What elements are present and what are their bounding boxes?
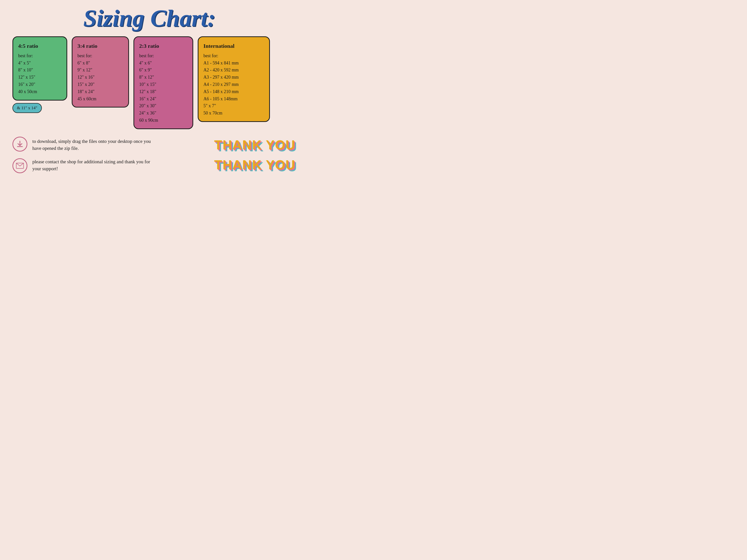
best-for-34: best for: 6" x 8" 9" x 12" 12" x 16" 15"…: [77, 52, 123, 103]
size-34-2: 9" x 12": [77, 68, 93, 73]
best-for-label-international: best for:: [203, 53, 218, 58]
best-for-label-23: best for:: [139, 53, 154, 58]
ratio-label-34: 3:4 ratio: [77, 42, 123, 50]
size-23-7: 20" x 30": [139, 103, 156, 108]
thank-you-line2-main: THANK YOU: [214, 158, 295, 171]
cards-row: 4:5 ratio best for: 4" x 5" 8" x 10" 12"…: [10, 36, 289, 129]
size-23-3: 8" x 12": [139, 75, 154, 80]
size-23-2: 6" x 9": [139, 68, 152, 73]
ratio-label-23: 2:3 ratio: [139, 42, 187, 50]
card-wrapper-45: 4:5 ratio best for: 4" x 5" 8" x 10" 12"…: [12, 36, 67, 113]
contact-text: please contact the shop for additional s…: [32, 157, 157, 172]
size-23-6: 16" x 24": [139, 96, 156, 101]
size-45-4: 16" x 20": [18, 82, 35, 87]
card-23-ratio: 2:3 ratio best for: 4" x 6" 6" x 9" 8" x…: [133, 36, 193, 129]
size-23-1: 4" x 6": [139, 60, 152, 65]
thank-you-container: THANK YOU THANK YOU THANK YOU THANK YOU …: [214, 138, 284, 176]
size-int-a4: A4 - 210 x 297 mm: [203, 82, 239, 87]
card-international: International best for: A1 - 594 x 841 m…: [198, 36, 270, 122]
envelope-icon: [16, 162, 24, 170]
size-34-6: 45 x 60cm: [77, 96, 96, 101]
thank-you-line1-main: THANK YOU: [214, 138, 295, 151]
best-for-label-45: best for:: [18, 53, 33, 58]
download-icon-circle: [12, 137, 27, 152]
size-45-3: 12" x 15": [18, 75, 35, 80]
size-23-5: 12" x 18": [139, 89, 156, 94]
size-int-a1: A1 - 594 x 841 mm: [203, 60, 239, 65]
size-23-4: 10" x 15": [139, 82, 156, 87]
thank-you-stack: THANK YOU THANK YOU THANK YOU THANK YOU …: [214, 138, 284, 176]
card-wrapper-23: 2:3 ratio best for: 4" x 6" 6" x 9" 8" x…: [133, 36, 193, 129]
ratio-label-international: International: [203, 42, 264, 50]
size-23-8: 24" x 36": [139, 110, 156, 115]
size-int-a3: A3 - 297 x 420 mm: [203, 75, 239, 80]
card-wrapper-international: International best for: A1 - 594 x 841 m…: [198, 36, 270, 122]
page-title: Sizing Chart:: [10, 5, 289, 31]
size-34-3: 12" x 16": [77, 75, 95, 80]
bottom-section: to download, simply drag the files onto …: [10, 137, 289, 173]
size-int-a5: A5 - 148 x 210 mm: [203, 89, 239, 94]
extra-tag-label-45: & 11" x 14": [17, 106, 37, 110]
size-int-50x70: 50 x 70cm: [203, 110, 222, 115]
download-text: to download, simply drag the files onto …: [32, 137, 157, 152]
best-for-label-34: best for:: [77, 53, 92, 58]
download-icon: [16, 140, 24, 148]
size-34-4: 15" x 20": [77, 82, 95, 87]
best-for-international: best for: A1 - 594 x 841 mm A2 - 420 x 5…: [203, 52, 264, 117]
ratio-label-45: 4:5 ratio: [18, 42, 61, 50]
page-container: Sizing Chart: 4:5 ratio best for: 4" x 5…: [0, 0, 299, 224]
size-23-9: 60 x 90cm: [139, 118, 158, 123]
extra-tag-45: & 11" x 14": [12, 103, 42, 113]
best-for-45: best for: 4" x 5" 8" x 10" 12" x 15" 16"…: [18, 52, 61, 95]
envelope-icon-circle: [12, 158, 27, 173]
size-45-5: 40 x 50cm: [18, 89, 37, 94]
size-int-a2: A2 - 420 x 592 mm: [203, 68, 239, 73]
size-34-1: 6" x 8": [77, 60, 90, 65]
size-45-1: 4" x 5": [18, 60, 31, 65]
card-45-ratio: 4:5 ratio best for: 4" x 5" 8" x 10" 12"…: [12, 36, 67, 101]
size-34-5: 18" x 24": [77, 89, 95, 94]
best-for-23: best for: 4" x 6" 6" x 9" 8" x 12" 10" x…: [139, 52, 187, 124]
card-34-ratio: 3:4 ratio best for: 6" x 8" 9" x 12" 12"…: [72, 36, 129, 108]
size-45-2: 8" x 10": [18, 68, 33, 73]
card-wrapper-34: 3:4 ratio best for: 6" x 8" 9" x 12" 12"…: [72, 36, 129, 108]
size-int-a6: A6 - 105 x 148mm: [203, 96, 237, 101]
size-int-57: 5" x 7": [203, 103, 216, 108]
